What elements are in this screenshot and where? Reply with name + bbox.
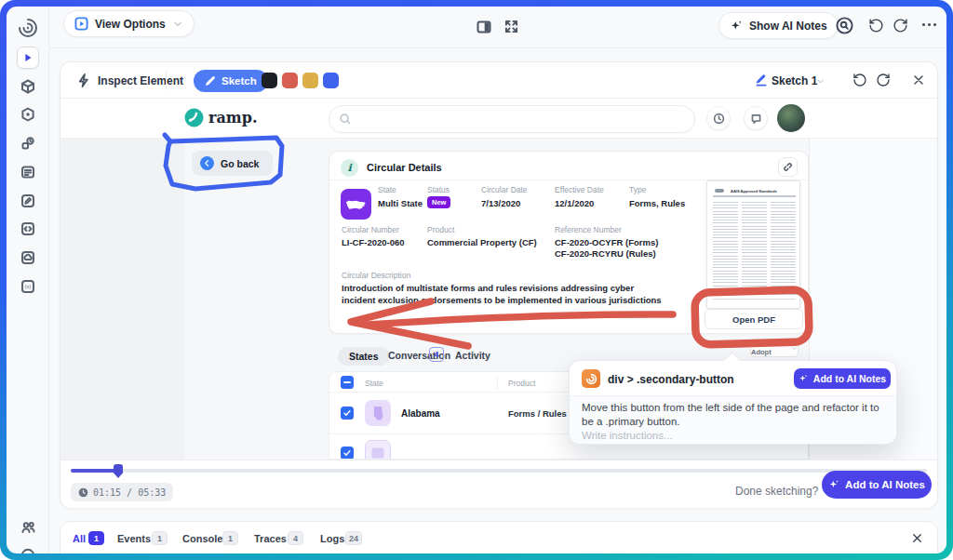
console-tab-traces-count: 4 [288,531,303,545]
description-value: Introduction of multistate forms and rul… [342,282,663,306]
show-ai-notes-button[interactable]: Show AI Notes [718,12,839,39]
open-pdf-button[interactable]: Open PDF [705,309,803,329]
color-swatch-blue[interactable] [323,73,339,88]
go-back-button[interactable]: Go back [192,151,273,176]
done-sketching-label: Done sketching? [735,485,818,498]
inspect-element-button[interactable]: Inspect Element [98,74,183,87]
auto-adopt-label: Auto Adopt [751,340,788,356]
sketch-name-label[interactable]: Sketch 1 [772,74,817,87]
close-panel-button[interactable] [911,73,926,87]
console-tab-all[interactable]: All [73,533,86,544]
sidebar-item-code[interactable] [17,218,39,240]
pdf-preview[interactable]: AAIS Approved Standards [706,180,800,309]
row-checkbox[interactable] [341,407,354,420]
sketch-redo-button[interactable] [876,73,891,87]
undo-button[interactable] [868,18,884,33]
sketch-button[interactable]: Sketch [194,70,268,92]
undo-icon [852,73,867,87]
user-avatar[interactable] [777,104,805,132]
page-left-gutter [60,139,184,460]
color-swatch-yellow[interactable] [302,73,318,88]
color-swatch-red[interactable] [282,73,298,88]
code-icon [20,221,35,236]
clock-icon [713,113,725,125]
sidebar-item-integrations[interactable] [17,132,39,154]
check-icon [342,448,352,458]
search-circle-icon [835,16,854,35]
chat-button[interactable] [744,106,768,130]
dot [928,23,931,26]
users-icon [20,520,36,536]
popup-add-to-ai-notes-button[interactable]: Add to AI Notes [794,368,891,389]
color-swatch-black[interactable] [262,73,277,88]
timeline-handle[interactable] [114,464,123,478]
select-all-checkbox[interactable] [341,376,354,389]
reference-number-label: Reference Number [555,225,622,234]
redo-button[interactable] [893,18,908,33]
ramp-logo: ramp. [184,108,257,127]
sidebar-item-help[interactable] [17,544,39,553]
document-lines-icon [20,165,35,180]
panel-header: Inspect Element Sketch Sketch 1 [60,62,937,99]
replay-viewport: ramp. [60,99,937,460]
zoom-search-button[interactable] [835,16,854,35]
sidebar-item-components[interactable] [17,75,39,98]
add-to-ai-notes-label: Add to AI Notes [845,479,925,490]
console-tab-events[interactable]: Events [117,533,151,544]
close-console-button[interactable] [910,531,924,545]
sketch-select-chevron[interactable] [815,76,825,87]
row-checkbox[interactable] [341,447,354,460]
copy-link-button[interactable] [778,157,798,177]
pen-icon [20,193,35,208]
console-tab-traces[interactable]: Traces [254,533,287,544]
timeline-track[interactable] [71,469,927,473]
view-options-button[interactable]: View Options [63,10,195,37]
history-button[interactable] [706,106,731,130]
integrations-icon [20,136,35,151]
close-icon [911,73,926,87]
add-to-ai-notes-button[interactable]: Add to AI Notes [822,471,932,499]
pdf-title: AAIS Approved Standards [730,189,778,193]
redo-icon [893,18,908,33]
sketch-select[interactable] [755,73,768,87]
more-menu-button[interactable] [922,23,936,26]
chevron-down-icon [815,76,825,87]
play-outline-icon [74,17,88,31]
sidebar-item-team[interactable] [17,516,39,539]
sidebar-item-network[interactable] [17,247,39,269]
state-shape [370,447,385,460]
tab-states[interactable]: States [338,347,390,366]
tab-activity[interactable]: Activity [455,350,490,361]
sketch-undo-button[interactable] [852,73,867,87]
console-tab-all-count: 1 [88,531,104,545]
search-input[interactable] [329,105,695,133]
auto-adopt-button[interactable]: Auto Adopt [750,339,799,357]
variable-icon: (x) [20,279,35,294]
bolt-icon [77,73,91,87]
sidebar-item-logs[interactable] [17,161,39,183]
redo-icon [876,73,891,87]
product-cell: Forms / Rules [508,408,567,419]
effective-date-label: Effective Date [555,185,604,194]
sidebar-item-sketches[interactable] [17,190,39,212]
note-instructions-input[interactable]: Write instructions... [582,430,673,441]
sidebar-item-settings[interactable] [17,103,39,126]
undo-icon [868,18,884,33]
popup-body: Move this button from the left side of t… [570,396,896,444]
timestamp-text: 01:15 / 05:33 [93,487,166,498]
info-icon: i [341,159,358,177]
sidebar-item-variables[interactable]: (x) [17,275,39,298]
console-tab-events-count: 1 [152,531,168,545]
toggle-sidebar-button[interactable] [476,20,491,34]
circular-number-label: Circular Number [342,225,399,234]
sidebar-item-replay[interactable] [17,47,39,69]
timestamp-pill: 01:15 / 05:33 [71,483,173,501]
console-tab-logs[interactable]: Logs [320,533,344,544]
app-surface: (x) View Options Show AI Notes [7,7,946,553]
popup-notch [723,352,740,368]
hexagon-dot-icon [20,107,35,122]
circular-number-value: LI-CF-2020-060 [342,237,405,247]
fullscreen-button[interactable] [504,20,518,33]
console-tab-console[interactable]: Console [182,533,222,544]
sketch-label: Sketch [221,75,257,87]
